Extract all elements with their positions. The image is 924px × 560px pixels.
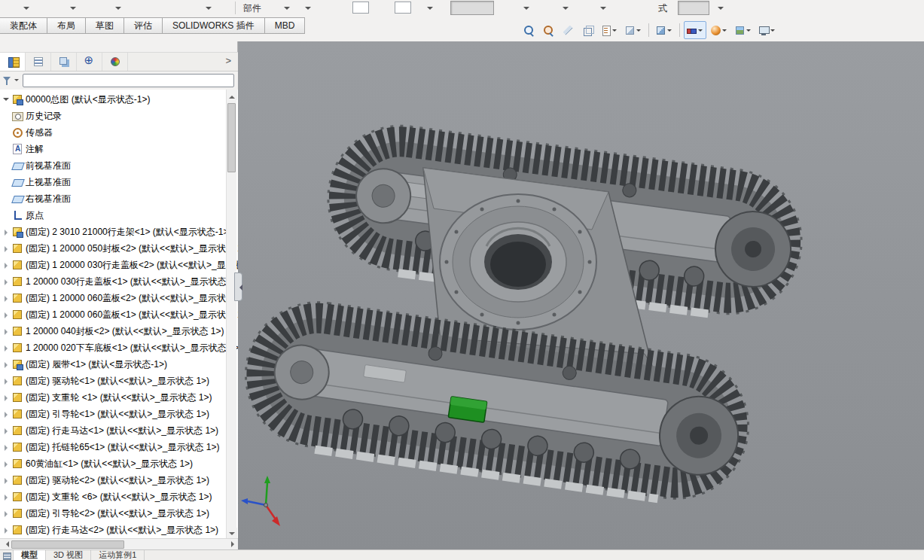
configurationmanager-tab[interactable]: [51, 53, 77, 71]
expander-icon[interactable]: [2, 212, 11, 220]
featuremanager-tab[interactable]: [0, 53, 26, 71]
ribbon-tab[interactable]: 评估: [124, 17, 163, 34]
tree-item[interactable]: 注解: [0, 141, 238, 157]
scrollbar-thumb[interactable]: [11, 540, 124, 549]
separator[interactable]: [677, 21, 682, 39]
tree-item[interactable]: (固定) 行走马达<1> (默认<<默认>_显示状态 1>): [0, 422, 238, 439]
toolbar-dropdown-caret-icon[interactable]: [23, 5, 30, 12]
tree-item[interactable]: (固定) 托链轮65<1> (默认<<默认>_显示状态 1>): [0, 439, 238, 455]
tree-horizontal-scrollbar[interactable]: [0, 538, 238, 549]
expander-icon[interactable]: [2, 261, 11, 269]
expander-icon[interactable]: [2, 526, 11, 534]
apply-scene-icon[interactable]: [732, 21, 755, 39]
tree-item[interactable]: 00000总图 (默认<显示状态-1>): [0, 91, 238, 108]
expander-icon[interactable]: [2, 443, 11, 452]
hide-show-items-icon[interactable]: [653, 21, 675, 39]
tree-item[interactable]: 前视基准面: [0, 157, 238, 174]
tree-vertical-scrollbar[interactable]: [226, 90, 236, 538]
scrollbar-thumb[interactable]: [227, 103, 236, 172]
ribbon-tab[interactable]: 草图: [85, 17, 124, 34]
tree-item[interactable]: (固定) 引导轮<1> (默认<<默认>_显示状态 1>): [0, 406, 238, 422]
dropdown-caret-icon[interactable]: [612, 28, 618, 33]
scroll-right-icon[interactable]: [227, 539, 238, 550]
tree-item[interactable]: (固定) 支重轮 <1> (默认<<默认>_显示状态 1>): [0, 389, 238, 406]
tree-item[interactable]: (固定) 2 3010 21000行走架<1> (默认<显示状态-1>): [0, 224, 238, 240]
toolbar-field[interactable]: [352, 2, 369, 14]
toolbar-pressed-button[interactable]: [678, 1, 709, 15]
tree-item[interactable]: (固定) 驱动轮<2> (默认<<默认>_显示状态 1>): [0, 472, 238, 488]
zoom-to-fit-icon[interactable]: [520, 21, 538, 39]
tree-item[interactable]: 原点: [0, 207, 238, 224]
graphics-area[interactable]: Z: [238, 41, 924, 549]
toolbar-dropdown-caret-icon[interactable]: [205, 5, 212, 12]
panel-expand-button[interactable]: >: [225, 55, 231, 66]
expander-icon[interactable]: [2, 162, 11, 170]
tree-item[interactable]: (固定) 1 20000 030行走盖板<2> (默认<<默认>_显示状态 1>…: [0, 257, 238, 273]
expander-icon[interactable]: [2, 294, 11, 303]
expander-icon[interactable]: [2, 145, 11, 154]
tree-item[interactable]: 1 20000 020下车底板<1> (默认<<默认>_显示状态 1>): [0, 339, 238, 356]
displaymanager-tab[interactable]: [102, 53, 128, 71]
expander-icon[interactable]: [2, 410, 11, 418]
display-style-icon[interactable]: [622, 21, 645, 39]
tree-item[interactable]: (固定) 驱动轮<1> (默认<<默认>_显示状态 1>): [0, 373, 238, 389]
toolbar-dropdown-caret-icon[interactable]: [69, 5, 77, 12]
pane-layout-icon[interactable]: [0, 550, 14, 560]
tree-item[interactable]: 右视基准面: [0, 190, 238, 207]
tree-item[interactable]: (固定) 1 20000 060盖板<2> (默认<<默认>_显示状态 1>): [0, 290, 238, 306]
tree-item[interactable]: (固定) 支重轮 <6> (默认<<默认>_显示状态 1>): [0, 488, 238, 505]
toolbar-dropdown-caret-icon[interactable]: [114, 5, 122, 12]
filter-input[interactable]: [23, 74, 234, 87]
toolbar-dropdown-caret-icon[interactable]: [599, 5, 607, 12]
filter-caret-icon[interactable]: [14, 78, 20, 84]
expander-icon[interactable]: [2, 178, 11, 187]
camera-view-icon[interactable]: [756, 21, 779, 39]
expander-icon[interactable]: [2, 394, 11, 402]
dimxpertmanager-tab[interactable]: [77, 53, 102, 71]
expander-icon[interactable]: [2, 245, 11, 253]
tree-item[interactable]: (固定) 1 20000 050封板<2> (默认<<默认>_显示状态 1>): [0, 240, 238, 257]
expander-icon[interactable]: [2, 427, 11, 435]
expander-icon[interactable]: [2, 460, 11, 468]
section-view-icon[interactable]: [559, 21, 577, 39]
tree-item[interactable]: 传感器: [0, 124, 238, 141]
expander-icon[interactable]: [2, 129, 11, 137]
expander-icon[interactable]: [2, 377, 11, 385]
tree-item[interactable]: 历史记录: [0, 108, 238, 124]
scroll-left-icon[interactable]: [0, 539, 11, 550]
expander-icon[interactable]: [2, 278, 11, 286]
tree-item[interactable]: 1 20000 040封板<2> (默认<<默认>_显示状态 1>): [0, 323, 238, 339]
expander-icon[interactable]: [2, 361, 11, 369]
view-orientation-icon[interactable]: [598, 21, 621, 39]
expander-icon[interactable]: [2, 493, 11, 501]
toolbar-dropdown-caret-icon[interactable]: [426, 5, 434, 12]
ribbon-tab[interactable]: 布局: [47, 17, 86, 34]
dropdown-caret-icon[interactable]: [636, 28, 642, 33]
dropdown-caret-icon[interactable]: [746, 28, 752, 33]
tree-item[interactable]: (固定) 行走马达<2> (默认<<默认>_显示状态 1>): [0, 522, 238, 538]
separator[interactable]: [646, 21, 651, 39]
toolbar-dropdown-caret-icon[interactable]: [523, 5, 530, 12]
dropdown-caret-icon[interactable]: [770, 28, 776, 33]
dropdown-caret-icon[interactable]: [722, 28, 728, 33]
panel-splitter-handle[interactable]: [234, 272, 242, 301]
toolbar-dropdown-caret-icon[interactable]: [717, 5, 724, 12]
3d-drawing-view-icon[interactable]: [578, 21, 596, 39]
ribbon-tab[interactable]: MBD: [264, 17, 306, 34]
dropdown-caret-icon[interactable]: [667, 28, 673, 33]
tree-item[interactable]: (固定) 1 20000 060盖板<1> (默认<<默认>_显示状态 1>): [0, 306, 238, 323]
expander-icon[interactable]: [2, 476, 11, 485]
expander-icon[interactable]: [2, 195, 11, 203]
expander-icon[interactable]: [2, 112, 11, 120]
expander-icon[interactable]: [2, 344, 11, 352]
expander-icon[interactable]: [2, 311, 11, 319]
edit-appearance-icon[interactable]: [708, 21, 730, 39]
tree-item[interactable]: 60黄油缸<1> (默认<<默认>_显示状态 1>): [0, 455, 238, 472]
ribbon-tab[interactable]: 装配体: [0, 17, 47, 34]
document-tab[interactable]: 运动算例1: [91, 550, 145, 560]
scroll-down-icon[interactable]: [227, 528, 237, 538]
toolbar-dropdown-caret-icon[interactable]: [283, 5, 291, 12]
scroll-up-icon[interactable]: [227, 90, 237, 100]
filter-funnel-icon[interactable]: [2, 75, 12, 86]
dropdown-caret-icon[interactable]: [698, 28, 704, 33]
